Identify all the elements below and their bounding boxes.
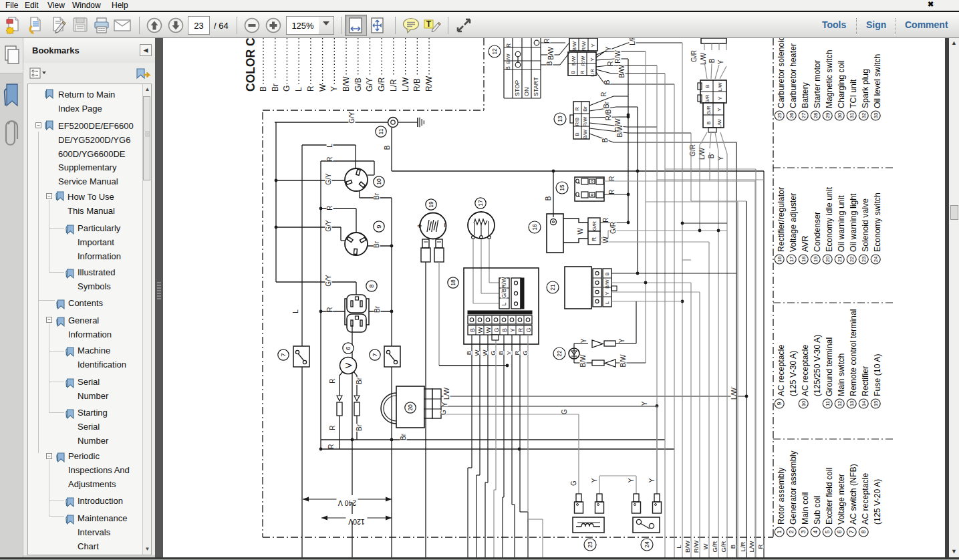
svg-text:3: 3 xyxy=(800,530,807,533)
svg-text:19: 19 xyxy=(813,257,819,263)
svg-text:L: L xyxy=(604,301,610,304)
svg-text:ON: ON xyxy=(523,88,530,97)
svg-text:22: 22 xyxy=(556,350,563,357)
svg-text:Starter motor: Starter motor xyxy=(813,60,822,108)
svg-text:Y: Y xyxy=(604,291,610,295)
svg-text:120V: 120V xyxy=(348,518,365,526)
svg-text:(125/250 V-30 A): (125/250 V-30 A) xyxy=(813,335,822,396)
svg-text:12: 12 xyxy=(491,48,498,55)
svg-text:Y: Y xyxy=(641,401,648,406)
svg-text:Y: Y xyxy=(589,57,595,61)
svg-text:R: R xyxy=(326,205,333,210)
svg-text:B/W: B/W xyxy=(620,354,627,367)
svg-text:24: 24 xyxy=(644,541,650,548)
svg-text:Solenoid valve: Solenoid valve xyxy=(861,198,870,252)
svg-text:(125 V-20 A): (125 V-20 A) xyxy=(873,479,882,525)
svg-text:15: 15 xyxy=(559,184,565,191)
svg-text:Voltage adjuster: Voltage adjuster xyxy=(789,193,798,252)
svg-text:B: B xyxy=(604,272,610,275)
svg-text:R/W: R/W xyxy=(501,277,507,289)
svg-text:W: W xyxy=(477,327,484,333)
svg-text:6: 6 xyxy=(344,346,352,349)
svg-text:Br: Br xyxy=(400,433,407,440)
svg-text:Y: Y xyxy=(717,59,724,64)
svg-text:11: 11 xyxy=(825,401,831,406)
svg-text:B: B xyxy=(708,58,716,63)
svg-text:G/R: G/R xyxy=(704,94,710,104)
svg-text:B/W: B/W xyxy=(579,354,587,367)
svg-text:R: R xyxy=(608,189,615,194)
svg-text:10: 10 xyxy=(801,400,807,406)
svg-text:21: 21 xyxy=(837,257,843,263)
svg-text:B/W: B/W xyxy=(616,124,624,137)
svg-text:B/W: B/W xyxy=(505,53,511,64)
svg-text:Y: Y xyxy=(628,478,635,482)
svg-text:COLOR CO: COLOR CO xyxy=(244,38,257,92)
svg-text:Y: Y xyxy=(509,328,516,332)
svg-text:240 V: 240 V xyxy=(338,499,356,507)
svg-text:G/R: G/R xyxy=(720,541,727,552)
svg-text:33: 33 xyxy=(873,113,879,119)
svg-text:Br: Br xyxy=(582,106,588,112)
svg-text:18: 18 xyxy=(801,257,807,263)
svg-text:6: 6 xyxy=(836,530,843,533)
svg-text:G/R: G/R xyxy=(609,222,617,234)
svg-text:R: R xyxy=(505,43,512,47)
svg-text:Carburetor heater: Carburetor heater xyxy=(789,43,798,108)
svg-text:(125 V-30 A): (125 V-30 A) xyxy=(789,351,798,396)
svg-text:21: 21 xyxy=(549,284,556,291)
svg-text:4: 4 xyxy=(812,530,819,533)
svg-text:L: L xyxy=(292,309,299,313)
svg-text:G: G xyxy=(493,327,500,332)
svg-text:R: R xyxy=(607,61,614,65)
svg-text:R/W: R/W xyxy=(424,76,434,92)
svg-text:B: B xyxy=(501,328,508,332)
svg-text:Carburetor solenoid: Carburetor solenoid xyxy=(777,38,786,108)
svg-text:Charging coil: Charging coil xyxy=(837,60,846,108)
svg-text:B: B xyxy=(603,80,611,84)
svg-text:Main coil: Main coil xyxy=(801,492,810,525)
svg-text:Br: Br xyxy=(271,84,280,92)
svg-text:Y: Y xyxy=(717,96,723,100)
svg-text:Voltage meter: Voltage meter xyxy=(837,474,846,525)
svg-text:G/Y: G/Y xyxy=(365,78,374,92)
svg-text:Condenser: Condenser xyxy=(813,212,822,252)
svg-text:TCI unit: TCI unit xyxy=(849,79,858,108)
svg-text:L/W: L/W xyxy=(716,118,722,128)
svg-text:START: START xyxy=(533,77,539,96)
svg-text:Oil warning unit: Oil warning unit xyxy=(837,195,846,252)
svg-text:Br: Br xyxy=(356,424,363,431)
svg-text:23: 23 xyxy=(861,257,867,263)
svg-text:R: R xyxy=(517,327,524,332)
svg-text:L/W: L/W xyxy=(700,53,707,65)
svg-text:L: L xyxy=(294,87,303,92)
svg-text:R: R xyxy=(757,544,764,549)
svg-text:B: B xyxy=(706,121,712,124)
svg-text:Br: Br xyxy=(603,101,610,108)
svg-text:R/W: R/W xyxy=(580,55,586,66)
svg-text:Br: Br xyxy=(356,377,363,384)
svg-text:G: G xyxy=(440,410,447,415)
svg-text:G/Y: G/Y xyxy=(325,220,332,232)
svg-text:L/W: L/W xyxy=(717,82,723,91)
svg-text:Y: Y xyxy=(716,108,722,112)
svg-text:STOP: STOP xyxy=(514,80,521,96)
svg-text:Br: Br xyxy=(373,241,380,248)
svg-text:7: 7 xyxy=(848,530,855,533)
svg-text:R: R xyxy=(600,92,607,96)
svg-text:G: G xyxy=(525,327,532,332)
svg-text:B/W: B/W xyxy=(571,41,577,51)
svg-text:5: 5 xyxy=(824,530,831,533)
svg-text:Economy idle unit: Economy idle unit xyxy=(825,186,834,252)
svg-text:15: 15 xyxy=(873,400,879,406)
svg-text:L/R: L/R xyxy=(739,541,746,551)
svg-text:Y: Y xyxy=(605,46,612,51)
svg-text:+: + xyxy=(414,223,424,229)
svg-text:G/Y: G/Y xyxy=(325,173,332,185)
svg-text:G: G xyxy=(282,86,291,92)
svg-text:B/W: B/W xyxy=(618,65,626,78)
svg-text:L/R: L/R xyxy=(389,79,398,92)
svg-text:B: B xyxy=(570,70,576,74)
svg-text:R: R xyxy=(327,444,335,448)
svg-text:L: L xyxy=(675,545,682,548)
